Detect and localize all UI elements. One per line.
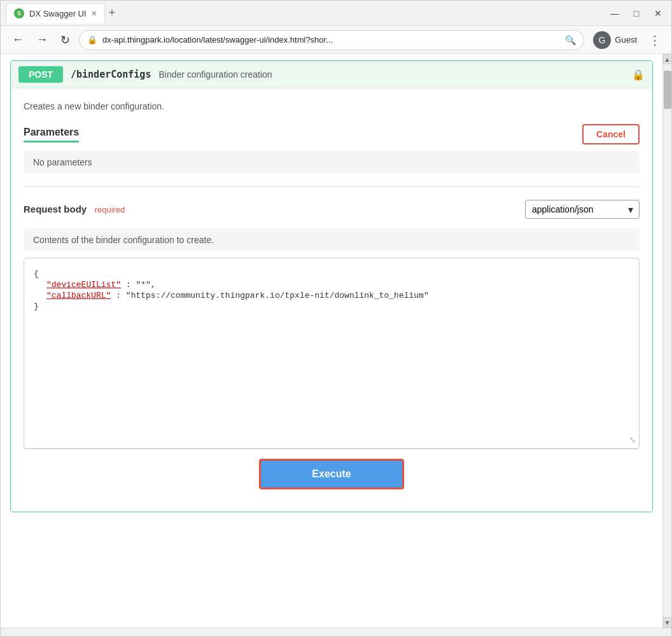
close-button[interactable]: ✕ (650, 5, 666, 22)
parameters-section: Parameters Cancel No parameters (24, 124, 640, 187)
endpoint-block: POST /binderConfigs Binder configuration… (10, 60, 653, 512)
profile-avatar: G (593, 31, 611, 49)
profile-button[interactable]: G Guest (589, 30, 641, 50)
scroll-track[interactable] (663, 64, 672, 617)
request-body-description: Contents of the binder configuration to … (24, 228, 640, 251)
window-controls: — □ ✕ (606, 5, 666, 22)
scroll-thumb[interactable] (664, 71, 671, 109)
params-header: Parameters Cancel (24, 124, 640, 144)
page-content: POST /binderConfigs Binder configuration… (1, 54, 671, 627)
url-text: dx-api.thingpark.io/location/latest/swag… (102, 35, 560, 45)
vertical-scrollbar[interactable]: ▲ ▼ (662, 54, 671, 627)
request-body-section: Request body required application/json C… (24, 200, 640, 449)
security-icon: 🔒 (87, 35, 97, 45)
execute-button[interactable]: Execute (259, 459, 403, 489)
scroll-up-arrow[interactable]: ▲ (663, 54, 672, 64)
active-tab[interactable]: S DX Swagger UI × (6, 3, 105, 24)
content-type-select[interactable]: application/json (525, 200, 640, 219)
endpoint-path: /binderConfigs (71, 69, 151, 80)
back-button[interactable]: ← (8, 31, 27, 49)
h-scroll-track[interactable] (1, 628, 671, 637)
request-body-title: Request body (24, 204, 87, 214)
endpoint-lock-icon: 🔒 (632, 69, 645, 81)
address-bar[interactable]: 🔒 dx-api.thingpark.io/location/latest/sw… (79, 30, 584, 50)
required-badge: required (95, 205, 125, 214)
forward-button[interactable]: → (32, 31, 52, 49)
swagger-container: POST /binderConfigs Binder configuration… (1, 60, 662, 512)
title-bar: S DX Swagger UI × + — □ ✕ (1, 1, 671, 26)
tab-close-button[interactable]: × (92, 8, 97, 18)
minimize-button[interactable]: — (606, 5, 623, 22)
tab-favicon: S (14, 8, 24, 18)
params-title: Parameters (24, 127, 79, 143)
horizontal-scrollbar[interactable] (1, 627, 671, 636)
browser-window: S DX Swagger UI × + — □ ✕ ← → ↻ 🔒 dx-api… (0, 0, 672, 637)
resize-handle[interactable]: ⤡ (629, 435, 636, 445)
refresh-button[interactable]: ↻ (57, 31, 74, 50)
profile-label: Guest (615, 35, 637, 45)
endpoint-description: Binder configuration creation (158, 69, 624, 80)
main-content: POST /binderConfigs Binder configuration… (1, 54, 662, 627)
new-tab-button[interactable]: + (109, 6, 116, 20)
maximize-button[interactable]: □ (628, 5, 645, 22)
body-description: Creates a new binder configuration. (24, 101, 640, 111)
endpoint-header[interactable]: POST /binderConfigs Binder configuration… (11, 61, 652, 88)
content-type-wrapper[interactable]: application/json (525, 200, 640, 219)
code-line-2: "deviceEUIList" : "*", (34, 280, 629, 290)
address-search-icon: 🔍 (565, 35, 576, 45)
scroll-down-arrow[interactable]: ▼ (663, 617, 672, 627)
tab-area: S DX Swagger UI × + (6, 3, 606, 24)
cancel-button[interactable]: Cancel (582, 124, 640, 144)
code-line-1: { (34, 269, 629, 279)
browser-menu-button[interactable]: ⋮ (646, 30, 664, 50)
navigation-bar: ← → ↻ 🔒 dx-api.thingpark.io/location/lat… (1, 26, 671, 54)
tab-title: DX Swagger UI (29, 9, 87, 18)
method-badge: POST (18, 66, 63, 83)
code-line-3: "callbackURL" : "https://community.thing… (34, 291, 629, 300)
code-editor[interactable]: { "deviceEUIList" : "*", "callbackURL" (24, 258, 640, 449)
endpoint-expanded-body: Creates a new binder configuration. Para… (11, 88, 652, 512)
no-parameters-text: No parameters (24, 151, 640, 174)
execute-section: Execute (24, 449, 640, 499)
code-line-4: } (34, 302, 629, 311)
request-body-header: Request body required application/json (24, 200, 640, 219)
